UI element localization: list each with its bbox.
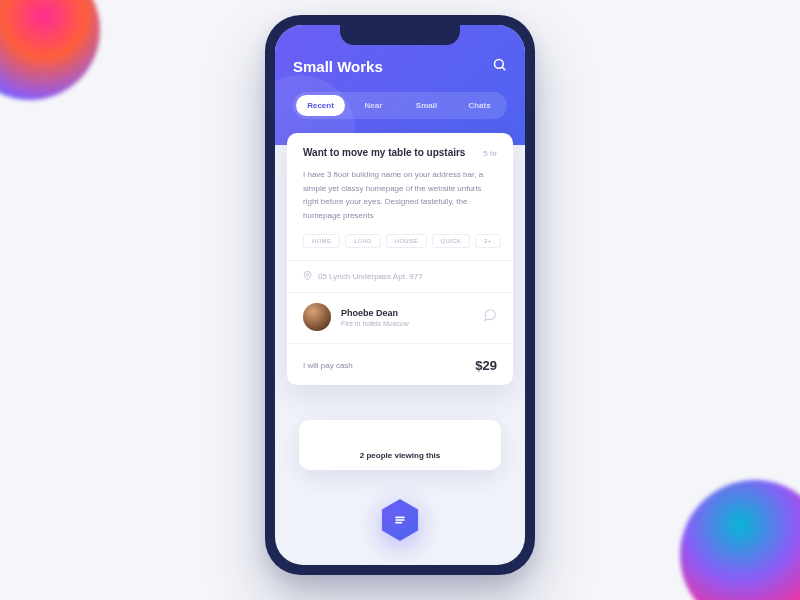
job-title: Want to move my table to upstairs [303, 147, 465, 158]
tag-item[interactable]: LOAD [345, 234, 381, 248]
divider [287, 260, 513, 261]
tab-small[interactable]: Small [402, 95, 451, 116]
fab-button[interactable] [379, 499, 421, 541]
decorative-blob-top-left [0, 0, 100, 100]
job-description: I have 3 floor building name on your add… [303, 168, 497, 222]
job-card[interactable]: Want to move my table to upstairs 5 hr I… [287, 133, 513, 385]
location-row: 05 Lynch Underpass Apt. 977 [303, 271, 497, 282]
viewing-text: 2 people viewing this [360, 451, 440, 460]
pin-icon [303, 271, 312, 282]
user-name: Phoebe Dean [341, 308, 473, 318]
divider [287, 343, 513, 344]
avatar[interactable] [303, 303, 331, 331]
user-subtitle: Fire in hotels Moscow [341, 320, 473, 327]
search-icon[interactable] [492, 57, 507, 76]
job-time: 5 hr [483, 149, 497, 158]
phone-frame: Small Works Recent Near Small Chats Want… [265, 15, 535, 575]
tag-item[interactable]: QUICK [432, 234, 471, 248]
user-row: Phoebe Dean Fire in hotels Moscow [303, 303, 497, 331]
decorative-blob-bottom-right [680, 480, 800, 600]
phone-screen: Small Works Recent Near Small Chats Want… [275, 25, 525, 565]
tag-list: HOME LOAD HOUSE QUICK 2+ [303, 234, 497, 248]
tag-item[interactable]: HOUSE [386, 234, 427, 248]
tab-bar: Recent Near Small Chats [293, 92, 507, 119]
tag-item[interactable]: 2+ [475, 234, 500, 248]
svg-point-0 [495, 60, 504, 69]
location-text: 05 Lynch Underpass Apt. 977 [318, 272, 423, 281]
tab-recent[interactable]: Recent [296, 95, 345, 116]
phone-notch [340, 25, 460, 45]
tag-item[interactable]: HOME [303, 234, 340, 248]
tab-near[interactable]: Near [349, 95, 398, 116]
tab-chats[interactable]: Chats [455, 95, 504, 116]
payment-amount: $29 [475, 358, 497, 373]
app-title: Small Works [293, 58, 383, 75]
svg-line-1 [502, 67, 505, 70]
chat-icon[interactable] [483, 308, 497, 326]
payment-row: I will pay cash $29 [303, 354, 497, 373]
svg-point-2 [306, 274, 308, 276]
divider [287, 292, 513, 293]
viewing-card: 2 people viewing this [299, 420, 501, 470]
menu-icon [392, 512, 408, 528]
payment-label: I will pay cash [303, 361, 353, 370]
